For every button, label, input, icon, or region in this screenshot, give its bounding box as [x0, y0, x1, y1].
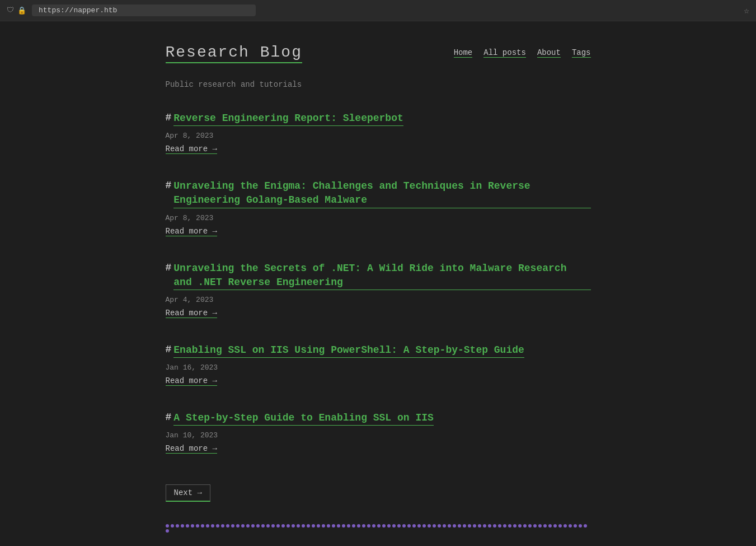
divider-dot [337, 524, 340, 528]
divider-dot [246, 524, 250, 528]
site-subtitle: Public research and tutorials [166, 80, 591, 89]
divider-dot [342, 524, 345, 528]
divider-dot [493, 524, 496, 528]
read-more-2[interactable]: Read more → [166, 309, 217, 318]
url-bar[interactable]: https://napper.htb [32, 4, 256, 16]
nav-tags[interactable]: Tags [572, 48, 591, 58]
post-title-1[interactable]: Unraveling the Enigma: Challenges and Te… [173, 179, 590, 208]
post-title-line: #A Step-by-Step Guide to Enabling SSL on… [166, 411, 591, 426]
divider-dot [433, 524, 436, 528]
divider-dot [226, 524, 229, 528]
divider-dot [533, 524, 537, 528]
post-date-1: Apr 8, 2023 [166, 214, 591, 222]
divider-dot [231, 524, 234, 528]
post-date-0: Apr 8, 2023 [166, 132, 591, 140]
next-button[interactable]: Next → [166, 484, 210, 502]
divider-dot [322, 524, 325, 528]
post-title-3[interactable]: Enabling SSL on IIS Using PowerShell: A … [173, 343, 524, 358]
site-title[interactable]: Research Blog [166, 44, 302, 63]
divider-dot [357, 524, 360, 528]
read-more-3[interactable]: Read more → [166, 376, 217, 386]
bookmark-icon[interactable]: ☆ [744, 5, 749, 16]
divider-dot [352, 524, 355, 528]
read-more-4[interactable]: Read more → [166, 444, 217, 454]
divider-dot [443, 524, 446, 528]
post-item: #A Step-by-Step Guide to Enabling SSL on… [166, 411, 591, 454]
post-item: #Enabling SSL on IIS Using PowerShell: A… [166, 343, 591, 386]
divider-dot [317, 524, 320, 528]
divider-dot [221, 524, 224, 528]
site-header: Research Blog Home All posts About Tags [166, 44, 591, 63]
post-title-line: #Unraveling the Enigma: Challenges and T… [166, 179, 591, 208]
divider-dot [584, 524, 587, 528]
divider-dot [543, 524, 547, 528]
divider-dot [206, 524, 209, 528]
post-title-line: #Unraveling the Secrets of .NET: A Wild … [166, 262, 591, 290]
divider-dot [261, 524, 265, 528]
divider-dot [287, 524, 290, 528]
divider-dot [382, 524, 386, 528]
divider-dot [468, 524, 471, 528]
divider-dot [508, 524, 511, 528]
nav-about[interactable]: About [537, 48, 561, 58]
post-list: #Reverse Engineering Report: SleeperbotA… [166, 111, 591, 479]
divider-dot [392, 524, 396, 528]
post-title-line: #Reverse Engineering Report: Sleeperbot [166, 111, 591, 126]
divider-dot [281, 524, 285, 528]
divider-dot [302, 524, 305, 528]
browser-security-icons: 🛡 🔒 [7, 6, 26, 15]
nav-home[interactable]: Home [454, 48, 473, 58]
post-hash-icon: # [166, 112, 172, 123]
divider-dot [518, 524, 522, 528]
divider-dot [548, 524, 552, 528]
browser-chrome: 🛡 🔒 https://napper.htb ☆ [0, 0, 756, 21]
divider-dot [569, 524, 572, 528]
divider-dot [528, 524, 532, 528]
divider-dot [402, 524, 406, 528]
divider-dot [483, 524, 486, 528]
divider-dot [271, 524, 275, 528]
divider-dot [186, 524, 189, 528]
divider-dot [266, 524, 270, 528]
divider-dot [312, 524, 315, 528]
divider-dot [498, 524, 501, 528]
divider-dot [241, 524, 245, 528]
divider-dot [201, 524, 204, 528]
main-nav: Home All posts About Tags [454, 48, 591, 58]
divider-dot [558, 524, 562, 528]
post-title-4[interactable]: A Step-by-Step Guide to Enabling SSL on … [173, 411, 433, 426]
post-title-0[interactable]: Reverse Engineering Report: Sleeperbot [173, 111, 403, 126]
divider-dot [438, 524, 441, 528]
divider-dot [513, 524, 516, 528]
read-more-0[interactable]: Read more → [166, 144, 217, 154]
divider-dot [327, 524, 330, 528]
divider-dot [417, 524, 421, 528]
divider-dot [251, 524, 255, 528]
divider-dot [181, 524, 184, 528]
post-title-2[interactable]: Unraveling the Secrets of .NET: A Wild R… [173, 262, 590, 290]
divider-dot [176, 524, 179, 528]
divider-dot [276, 524, 280, 528]
post-date-3: Jan 16, 2023 [166, 363, 591, 372]
divider-dot [166, 524, 169, 528]
read-more-1[interactable]: Read more → [166, 227, 217, 236]
nav-all-posts[interactable]: All posts [483, 48, 526, 58]
divider-dot [488, 524, 491, 528]
post-title-line: #Enabling SSL on IIS Using PowerShell: A… [166, 343, 591, 358]
divider-dot [422, 524, 426, 528]
divider-dot [428, 524, 431, 528]
divider-dot [377, 524, 381, 528]
dotted-divider [166, 524, 591, 533]
divider-dot [478, 524, 481, 528]
divider-dot [256, 524, 260, 528]
divider-dot [372, 524, 375, 528]
post-hash-icon: # [166, 344, 172, 355]
divider-dot [307, 524, 310, 528]
lock-icon: 🔒 [17, 6, 26, 15]
divider-dot [362, 524, 365, 528]
pagination: Next → [166, 484, 591, 502]
divider-dot [458, 524, 461, 528]
divider-dot [553, 524, 557, 528]
shield-icon: 🛡 [7, 6, 14, 15]
divider-dot [297, 524, 300, 528]
